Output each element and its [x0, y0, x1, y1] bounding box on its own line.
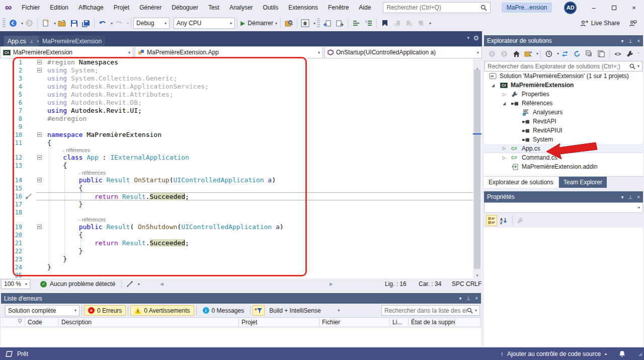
se-switch-views-dropdown[interactable]: ▾ [536, 51, 538, 56]
zoom-level-combo[interactable]: 100 %▾ [1, 279, 30, 289]
solution-explorer-search-input[interactable]: Rechercher dans Explorateur de solutions… [485, 61, 642, 71]
next-bookmark-button[interactable] [403, 17, 415, 29]
tab-team-explorer[interactable]: Team Explorer [559, 177, 607, 188]
tab-mapremiereextension[interactable]: MaPremièreExtension [39, 36, 105, 46]
expander-expanded-icon[interactable]: ◢ [503, 101, 511, 106]
properties-object-combo[interactable]: ▾ [484, 202, 643, 213]
undo-button[interactable] [97, 17, 109, 29]
source-control-dropdown[interactable]: ▴ [605, 351, 607, 356]
redo-dropdown[interactable]: ▾ [127, 21, 129, 26]
code-line-1[interactable]: 1#region Namespaces [0, 58, 482, 66]
quick-search-input[interactable]: Rechercher (Ctrl+Q) [383, 2, 490, 13]
quick-actions-icon[interactable] [25, 192, 36, 200]
error-scope-combo[interactable]: Solution complète▾ [5, 305, 79, 316]
code-line-6[interactable]: 6using Autodesk.Revit.DB; [0, 99, 482, 107]
code-line-15[interactable]: 15 { [0, 184, 482, 192]
startup-page-button[interactable] [299, 17, 311, 29]
new-project-button[interactable] [40, 17, 52, 29]
collapse-box[interactable] [36, 131, 44, 139]
start-debugging-button[interactable]: ▶ Démarrer ▾ [239, 17, 278, 29]
messages-filter-button[interactable]: i 0 Messages [199, 305, 249, 316]
column-header-icon[interactable] [455, 318, 481, 327]
tab-solution-explorer[interactable]: Explorateur de solutions [484, 177, 558, 188]
add-to-source-control-button[interactable]: Ajouter au contrôle de code source [507, 350, 601, 357]
error-list-titlebar[interactable]: Liste d'erreurs ▾ ⊥ × [1, 293, 481, 304]
save-all-button[interactable] [80, 17, 92, 29]
comment-lines-button[interactable] [350, 17, 362, 29]
close-panel-icon[interactable]: × [637, 38, 640, 44]
properties-titlebar[interactable]: Propriétés ▾ ⊥ × [484, 191, 643, 202]
code-line-18[interactable]: 18 [0, 208, 482, 217]
solution-platform-combo[interactable]: Any CPU▾ [174, 18, 235, 29]
window-menu-icon[interactable]: ▾ [459, 296, 461, 301]
clear-bookmarks-button[interactable] [415, 17, 427, 29]
se-sync-with-active-document-button[interactable] [559, 48, 571, 60]
toolbar-grip[interactable] [3, 18, 6, 28]
column-header-tat-de-la-suppressi[interactable]: État de la suppressi... [409, 318, 455, 327]
close-panel-icon[interactable]: × [475, 296, 478, 301]
window-menu-icon[interactable]: ▾ [621, 38, 623, 44]
intellisense-filter-combo[interactable]: Build + IntelliSense▾ [267, 305, 342, 316]
window-title[interactable]: MaPre...ension [502, 3, 552, 13]
menu-affichage[interactable]: Affichage [73, 0, 109, 15]
categorized-view-button[interactable] [486, 215, 497, 226]
se-back-button[interactable] [486, 48, 498, 60]
pin-icon[interactable]: ⊥ [628, 194, 632, 200]
tree-item-revitapiui[interactable]: RevitAPIUI [484, 126, 643, 135]
code-cleanup-dropdown[interactable]: ▾ [138, 282, 140, 286]
tree-item-properties[interactable]: ▷Properties [484, 90, 643, 99]
collapse-box[interactable] [36, 66, 44, 75]
clear-filters-button[interactable] [253, 305, 265, 316]
code-line-21[interactable]: 21 return Result.Succeeded; [0, 239, 482, 247]
document-list-dropdown-icon[interactable]: ▾ [467, 35, 469, 41]
tree-item-r-f-rences[interactable]: ◢Références [484, 99, 643, 108]
navigate-back-button[interactable] [7, 17, 19, 29]
menu-analyser[interactable]: Analyser [224, 0, 258, 15]
code-line-11[interactable]: 11{ [0, 139, 482, 147]
open-file-button[interactable] [56, 17, 68, 29]
column-header-fichier[interactable]: Fichier [319, 318, 390, 327]
expander-collapsed-icon[interactable]: ▷ [503, 146, 511, 151]
minimize-button[interactable]: – [584, 0, 604, 15]
live-share-label[interactable]: Live Share [591, 20, 620, 27]
eol-indicator[interactable]: CRLF [466, 280, 481, 287]
maximize-button[interactable] [604, 0, 624, 15]
toolbar-overflow[interactable]: ▾ [313, 21, 315, 26]
code-line-4[interactable]: 4using Autodesk.Revit.ApplicationService… [0, 83, 482, 91]
menu-edition[interactable]: Edition [45, 0, 73, 15]
member-dropdown[interactable]: OnStartup(UIControlledApplication a)▾ [325, 46, 482, 58]
menu-extensions[interactable]: Extensions [283, 0, 323, 15]
se-collapse-all-button[interactable] [583, 48, 595, 60]
code-line-23[interactable]: 23 } [0, 255, 482, 263]
alphabetical-sort-button[interactable]: AZ [498, 215, 509, 226]
code-line-25[interactable]: 25 [0, 271, 482, 278]
find-in-files-button[interactable] [283, 17, 295, 29]
close-panel-icon[interactable]: × [637, 194, 640, 200]
se-preview-selected-button[interactable] [595, 48, 607, 60]
pin-tab-icon[interactable]: ⊥ [30, 39, 34, 44]
code-line-9[interactable]: 9 [0, 123, 482, 131]
tree-item-system[interactable]: System [484, 135, 643, 144]
se-view-code-button[interactable]: <> [612, 48, 624, 60]
close-button[interactable]: × [624, 0, 644, 15]
code-line-7[interactable]: 7using Autodesk.Revit.UI; [0, 107, 482, 115]
se-home-button[interactable] [510, 48, 522, 60]
column-header-description[interactable]: Description [59, 318, 239, 327]
column-header-code[interactable]: Code [25, 318, 59, 327]
tree-item-mapremi-reextension[interactable]: ◢C#MaPremièreExtension [484, 81, 643, 90]
expander-expanded-icon[interactable]: ◢ [492, 83, 500, 88]
code-line-12[interactable]: 12 class App : IExternalApplication [0, 154, 482, 162]
navigate-forward-doc-button[interactable] [334, 17, 346, 29]
code-cleanup-button[interactable] [124, 278, 136, 290]
codelens-references[interactable]: - références [0, 170, 482, 176]
save-button[interactable] [68, 17, 80, 29]
se-switch-views-button[interactable] [522, 48, 534, 60]
tree-item-analyseurs[interactable]: iAnalyseurs [484, 108, 643, 117]
collapse-box[interactable] [36, 154, 44, 162]
menu-outils[interactable]: Outils [258, 0, 284, 15]
menu-aide[interactable]: Aide [354, 0, 376, 15]
se-refresh-button[interactable] [571, 48, 583, 60]
project-dropdown[interactable]: C# MaPremièreExtension▾ [0, 46, 133, 58]
code-line-14[interactable]: 14 public Result OnStartup(UIControlledA… [0, 176, 482, 184]
menu-fenêtre[interactable]: Fenêtre [323, 0, 354, 15]
